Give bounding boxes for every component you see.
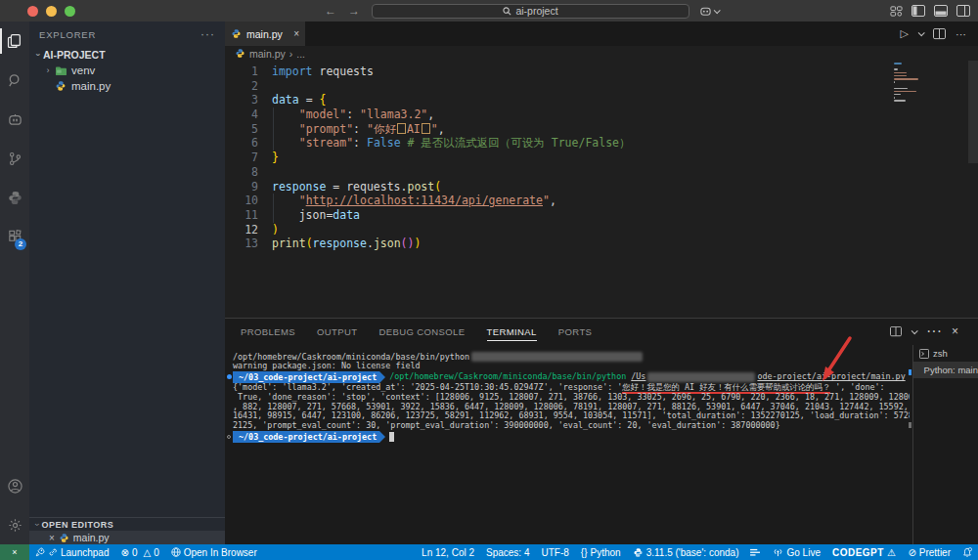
settings-gear-icon[interactable]	[0, 505, 29, 544]
editor-scrollbar[interactable]	[968, 61, 978, 163]
history-forward-icon[interactable]: →	[348, 4, 360, 18]
terminal-split-icon[interactable]	[890, 326, 902, 337]
editor-more-actions-icon[interactable]: ···	[956, 28, 966, 40]
line-number: 8	[225, 165, 258, 180]
launchpad-button[interactable]: Launchpad	[29, 544, 115, 560]
code-editor[interactable]: 1import requests23data = {4 "model": "ll…	[225, 61, 978, 318]
python-icon	[633, 547, 644, 558]
indentation-status[interactable]: Spaces: 4	[480, 544, 535, 560]
command-decoration-dot[interactable]	[227, 435, 231, 439]
copilot-menu[interactable]	[699, 5, 719, 18]
window-controls[interactable]	[27, 6, 75, 17]
code-line: 8	[225, 165, 978, 180]
prompt-path-pill: ~/03_code-project/ai-project	[233, 371, 379, 383]
redacted-text	[647, 372, 755, 382]
minimap[interactable]	[894, 63, 927, 103]
extensions-activity-icon[interactable]: 2	[0, 217, 29, 256]
panel-tab-problems[interactable]: PROBLEMS	[241, 319, 295, 344]
codegpt-status[interactable]: CODEGPT ⚠	[826, 544, 902, 560]
close-window-button[interactable]	[27, 6, 38, 17]
close-panel-icon[interactable]: ×	[952, 324, 958, 338]
line-number: 10	[225, 194, 258, 208]
search-icon	[7, 72, 23, 89]
python-extension-activity-icon[interactable]	[0, 178, 29, 217]
go-live-button[interactable]: Go Live	[767, 544, 825, 560]
breadcrumb-symbol: ...	[296, 48, 305, 60]
terminal-profile-dropdown-icon[interactable]	[911, 327, 918, 334]
panel-tab-debug-console[interactable]: DEBUG CONSOLE	[378, 319, 465, 344]
language-mode-status[interactable]: {} Python	[575, 544, 627, 560]
terminal-viewport[interactable]: /opt/homebrew/Caskroom/miniconda/base/bi…	[225, 345, 910, 544]
python-interpreter-status[interactable]: 3.11.5 ('base': conda)	[627, 544, 745, 560]
globe-icon	[171, 547, 181, 557]
panel-tab-terminal[interactable]: TERMINAL	[487, 319, 537, 344]
terminal-icon	[919, 349, 929, 359]
terminal-list-item-python-main[interactable]: Python: main	[913, 362, 978, 378]
panel-tab-ports[interactable]: PORTS	[558, 319, 593, 344]
tree-item-venv[interactable]: › venv	[29, 63, 225, 78]
open-editor-label: main.py	[73, 532, 110, 543]
ai-assistant-activity-icon[interactable]	[0, 100, 29, 139]
title-bar: ← → ai-project	[0, 0, 978, 22]
code-line: 6 "stream": False # 是否以流式返回（可设为 True/Fal…	[225, 136, 978, 151]
line-number: 9	[225, 180, 258, 194]
python-file-icon	[55, 80, 67, 92]
tree-root-ai-project[interactable]: › AI-PROJECT	[29, 47, 225, 63]
encoding-status[interactable]: UTF-8	[536, 544, 575, 560]
explorer-more-actions-icon[interactable]: ···	[200, 27, 215, 41]
breadcrumb[interactable]: main.py › ...	[225, 46, 978, 61]
minimap-line	[894, 100, 906, 102]
run-dropdown-icon[interactable]	[918, 29, 925, 36]
panel-tab-output[interactable]: OUTPUT	[317, 319, 357, 344]
panel-more-actions-icon[interactable]: ···	[926, 323, 942, 340]
chevron-down-icon[interactable]: ›	[32, 523, 42, 527]
close-tab-icon[interactable]: ×	[293, 28, 299, 39]
line-number: 7	[225, 151, 258, 165]
toggle-secondary-sidebar-icon[interactable]	[956, 5, 970, 18]
terminal-file-link[interactable]: /Us	[631, 371, 645, 381]
history-back-icon[interactable]: ←	[325, 4, 336, 18]
close-icon[interactable]: ×	[49, 533, 55, 543]
prettier-status[interactable]: ⊘ Prettier	[902, 544, 956, 560]
run-python-file-button[interactable]: ▷	[901, 27, 909, 40]
remote-indicator[interactable]: ×	[0, 544, 29, 560]
editor-tab-bar: main.py × ▷ ···	[225, 22, 978, 46]
python-icon	[7, 190, 23, 206]
open-editor-item-main-py[interactable]: × main.py	[29, 531, 225, 544]
zoom-window-button[interactable]	[65, 6, 75, 17]
split-editor-icon[interactable]	[933, 28, 946, 40]
minimize-window-button[interactable]	[46, 6, 57, 17]
search-activity-icon[interactable]	[0, 61, 29, 100]
broadcast-icon	[773, 547, 783, 557]
formatter-status-icon[interactable]	[744, 544, 767, 560]
source-control-activity-icon[interactable]	[0, 139, 29, 178]
command-center-search[interactable]: ai-project	[372, 4, 689, 19]
accounts-icon[interactable]	[0, 466, 29, 505]
remote-icon: ×	[12, 547, 17, 557]
line-number: 11	[225, 208, 258, 223]
panel-tab-bar: PROBLEMSOUTPUTDEBUG CONSOLETERMINALPORTS	[225, 319, 978, 344]
command-decoration-dot[interactable]	[227, 374, 232, 379]
gear-icon	[7, 517, 23, 534]
customize-layout-icon[interactable]	[890, 5, 903, 18]
terminal-list-item-zsh[interactable]: zsh	[913, 345, 978, 362]
cursor-position-status[interactable]: Ln 12, Col 2	[416, 544, 480, 560]
code-line: 9response = requests.post(	[225, 180, 978, 194]
toggle-panel-icon[interactable]	[934, 5, 948, 18]
tree-item-main-py[interactable]: main.py	[29, 78, 225, 94]
redacted-text	[471, 352, 643, 362]
line-number: 2	[225, 79, 258, 94]
tab-main-py[interactable]: main.py ×	[225, 22, 305, 46]
chevron-down-icon	[714, 7, 721, 14]
open-in-browser-button[interactable]: Open In Browser	[165, 544, 263, 560]
problems-status[interactable]: ⊗ 0 △ 0	[115, 544, 165, 560]
explorer-sidebar: EXPLORER ··· › AI-PROJECT › venv main.py…	[29, 22, 225, 544]
toggle-primary-sidebar-icon[interactable]	[911, 5, 925, 18]
open-editors-header: OPEN EDITORS	[42, 520, 114, 530]
terminal-file-link[interactable]: ode-project/ai-project/main.py	[757, 371, 905, 381]
explorer-activity-icon[interactable]	[0, 22, 29, 61]
terminal-line: ~/03_code-project/ai-project	[225, 431, 910, 444]
notifications-bell-icon[interactable]	[956, 544, 978, 560]
bell-icon	[962, 547, 972, 558]
line-number: 5	[225, 122, 258, 137]
